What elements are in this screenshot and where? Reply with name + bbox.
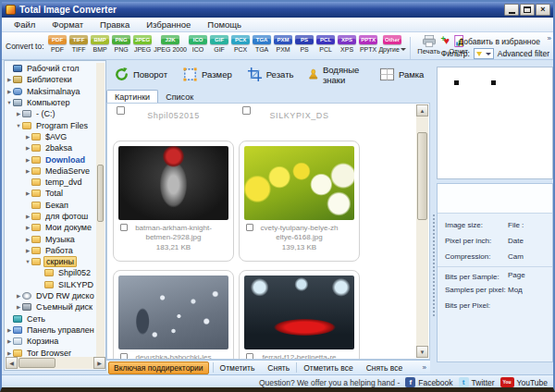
tree-item-computer[interactable]: ▼Компьютер — [6, 97, 97, 108]
tree-item-mediaserver[interactable]: ▶MediaServe — [6, 165, 97, 177]
tree-item-tor-browser[interactable]: ▶Tor Browser — [6, 347, 97, 357]
convert-ico-button[interactable]: ICOICO — [188, 35, 209, 53]
list-vertical-scrollbar[interactable]: ▲ ▼ — [416, 104, 428, 358]
expander-icon[interactable]: ▼ — [24, 259, 31, 264]
tree-item-avg[interactable]: ▶$AVG — [6, 131, 97, 142]
watermark-button[interactable]: Водяные знаки — [308, 65, 364, 85]
tree-item-skriny-selected[interactable]: ▼скрины — [6, 256, 97, 267]
expander-icon[interactable]: ▶ — [24, 145, 31, 151]
toolbar-overflow-chevron[interactable]: » — [548, 34, 551, 43]
advanced-filter-link[interactable]: Advanced filter — [498, 49, 549, 58]
convert-ps-button[interactable]: PSPS — [294, 35, 315, 53]
checkbox[interactable] — [242, 106, 251, 115]
tree-item-desktop[interactable]: Рабочий стол — [6, 63, 97, 74]
checkbox[interactable] — [117, 106, 125, 115]
tab-pictures[interactable]: Картинки — [106, 90, 158, 103]
expander-icon[interactable]: ▶ — [6, 338, 13, 344]
convert-pdf-button[interactable]: PDFPDF — [47, 35, 68, 53]
youtube-link[interactable]: YouYouTube — [500, 377, 548, 387]
convert-pxm-button[interactable]: PXMPXM — [273, 35, 294, 53]
expander-icon[interactable]: ▶ — [24, 134, 31, 140]
tab-list[interactable]: Список — [158, 91, 201, 103]
expander-icon[interactable]: ▶ — [15, 304, 22, 310]
maximize-button[interactable] — [520, 4, 535, 16]
tree-item-network[interactable]: Сеть — [6, 313, 97, 325]
convert-png-button[interactable]: PNGPNG — [111, 35, 132, 53]
expander-icon[interactable]: ▶ — [24, 248, 31, 253]
add-to-favorites-button[interactable]: ♥+ Добавить в избранное — [443, 36, 540, 46]
tree-item-2baksa[interactable]: ▶2baksa — [6, 142, 97, 153]
folder-entry-silkypix[interactable]: SILKYPIX_DS — [239, 105, 360, 122]
expander-icon[interactable]: ▶ — [24, 190, 31, 196]
convert-gif-button[interactable]: GIFGIF — [209, 35, 230, 53]
scroll-down-button[interactable]: ▼ — [416, 346, 428, 358]
folder-entry-shpil052015[interactable]: Shpil052015 — [113, 105, 234, 122]
checkbox[interactable] — [120, 353, 128, 360]
thumbnail-image[interactable] — [244, 146, 354, 220]
filter-dropdown[interactable] — [474, 48, 494, 59]
convert-pcl-button[interactable]: PCLPCL — [315, 35, 337, 53]
thumbnail-card-girl[interactable]: devushka-babochki-les — [113, 270, 234, 360]
expander-icon[interactable]: ▶ — [24, 237, 31, 242]
tree-item-shpil052[interactable]: Shpil052 — [6, 267, 97, 278]
scrollbar-thumb[interactable] — [97, 165, 104, 222]
tree-item-dlya-fotosh[interactable]: ▶для фотош — [6, 211, 97, 222]
expander-icon[interactable]: ▶ — [24, 168, 31, 174]
convert-bmp-button[interactable]: BMPBMP — [90, 35, 111, 53]
check-all-button[interactable]: Отметить все — [297, 363, 360, 373]
convert-other-button[interactable]: OtherДругие — [379, 35, 406, 53]
thumbnail-card-tulips[interactable]: cvety-tyulpany-belye-zheltye-6168.jpg 13… — [239, 141, 360, 262]
tree-item-temp-dvd[interactable]: temp_dvd — [6, 177, 97, 188]
frame-button[interactable]: Рамка — [379, 67, 424, 82]
convert-tga-button[interactable]: TGATGA — [252, 35, 273, 53]
tree-item-removable-disk[interactable]: ▶Съемный диск — [6, 301, 97, 312]
expander-icon[interactable]: ▶ — [6, 89, 13, 94]
thumbnail-image[interactable] — [118, 276, 228, 349]
uncheck-all-button[interactable]: Снять все — [360, 363, 410, 373]
menu-format[interactable]: Формат — [43, 19, 92, 30]
selection-overflow-chevron[interactable]: » — [423, 363, 430, 372]
scrollbar-thumb[interactable] — [18, 358, 56, 368]
expander-icon[interactable]: ▶ — [6, 350, 13, 356]
scrollbar-thumb[interactable] — [417, 132, 427, 220]
expander-icon[interactable]: ▶ — [24, 225, 31, 230]
expander-icon[interactable]: ▶ — [15, 293, 22, 299]
expander-icon[interactable]: ▶ — [24, 157, 31, 163]
tree-item-music[interactable]: ▶Музыка — [6, 233, 97, 244]
menu-favorites[interactable]: Избранное — [138, 19, 199, 30]
convert-pcx-button[interactable]: PCXPCX — [230, 35, 252, 53]
rotate-button[interactable]: Поворот — [114, 67, 167, 82]
expander-icon[interactable]: ▶ — [24, 214, 31, 219]
convert-jpeg2000-button[interactable]: J2KJPEG 2000 — [154, 35, 188, 53]
scroll-left-button[interactable]: ◀ — [6, 357, 18, 369]
resize-button[interactable]: Размер — [182, 67, 232, 82]
include-subdirs-button[interactable]: Включая поддиректории — [108, 361, 209, 374]
menu-file[interactable]: Файл — [6, 19, 43, 30]
menu-edit[interactable]: Правка — [92, 19, 138, 30]
checkbox[interactable] — [120, 224, 128, 231]
tree-item-libraries[interactable]: ▶Библиотеки — [6, 74, 97, 85]
scroll-right-button[interactable]: ▶ — [93, 357, 105, 369]
tree-item-my-documents[interactable]: ▶Мои докуме — [6, 222, 97, 233]
uncheck-button[interactable]: Снять — [261, 363, 296, 373]
checkbox[interactable] — [246, 224, 253, 231]
thumbnail-image[interactable] — [118, 146, 228, 220]
tree-horizontal-scrollbar[interactable]: ◀ ▶ — [6, 357, 105, 369]
menu-help[interactable]: Помощь — [199, 19, 250, 30]
minimize-button[interactable] — [504, 4, 519, 16]
convert-tiff-button[interactable]: TIFFTIFF — [68, 35, 90, 53]
facebook-link[interactable]: fFacebook — [405, 377, 452, 387]
tree-item-c-drive[interactable]: ▶- (C:) — [6, 108, 97, 119]
tree-item-bekap[interactable]: Бекап — [6, 200, 97, 211]
thumbnail-card-batman[interactable]: batman-arkham-knight-betmen-2928.jpg 183… — [113, 141, 234, 262]
expander-icon[interactable]: ▼ — [6, 100, 13, 105]
close-button[interactable]: × — [536, 4, 550, 16]
checkbox[interactable] — [246, 353, 253, 360]
scroll-up-button[interactable]: ▲ — [416, 104, 428, 116]
thumbnail-card-ferrari[interactable]: ferrari-f12-berlinetta-re — [239, 270, 360, 360]
expander-icon[interactable]: ▶ — [6, 77, 13, 82]
tree-item-silkypix[interactable]: SILKYPD — [6, 279, 97, 290]
tree-vertical-scrollbar[interactable] — [96, 63, 105, 357]
tree-item-rabota[interactable]: ▶Работа — [6, 245, 97, 256]
twitter-link[interactable]: tTwitter — [459, 377, 495, 387]
